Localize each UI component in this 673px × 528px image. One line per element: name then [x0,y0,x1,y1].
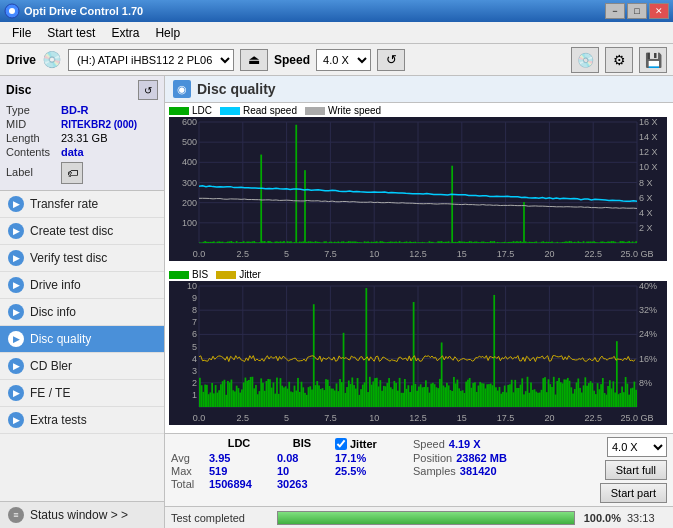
content-area: ◉ Disc quality LDC Read speed [165,76,673,528]
status-window-button[interactable]: ≡ Status window > > [0,501,164,528]
disc-type-value: BD-R [61,104,89,116]
create-test-icon: ▶ [8,223,24,239]
stats-bar: Avg Max Total LDC 3.95 519 1506894 BIS 0… [165,433,673,506]
stats-position-row: Position 23862 MB [413,452,592,464]
disc-button[interactable]: 💿 [571,47,599,73]
stats-bis-max: 10 [277,465,327,477]
disc-row-label: Label 🏷 [6,160,158,184]
stats-samples-row: Samples 381420 [413,465,592,477]
cd-bler-icon: ▶ [8,358,24,374]
disc-row-type: Type BD-R [6,104,158,116]
stats-ldc-total: 1506894 [209,478,269,490]
stats-speed-select[interactable]: 4.0 X [607,437,667,457]
transfer-rate-icon: ▶ [8,196,24,212]
menu-help[interactable]: Help [147,24,188,42]
stats-ldc-avg: 3.95 [209,452,269,464]
extra-tests-icon: ▶ [8,412,24,428]
disc-length-value: 23.31 GB [61,132,107,144]
main-area: Disc ↺ Type BD-R MID RITEKBR2 (000) Leng… [0,76,673,528]
progress-label: Test completed [171,512,271,524]
progress-bar-fill [278,512,574,524]
verify-test-icon: ▶ [8,250,24,266]
sidebar-item-fe-te[interactable]: ▶ FE / TE [0,380,164,407]
settings-button[interactable]: ⚙ [605,47,633,73]
disc-row-length: Length 23.31 GB [6,132,158,144]
disc-row-mid: MID RITEKBR2 (000) [6,118,158,130]
sidebar-item-verify-test-disc[interactable]: ▶ Verify test disc [0,245,164,272]
window-controls: − □ ✕ [605,3,669,19]
disc-refresh-button[interactable]: ↺ [138,80,158,100]
sidebar: Disc ↺ Type BD-R MID RITEKBR2 (000) Leng… [0,76,165,528]
menu-start-test[interactable]: Start test [39,24,103,42]
disc-mid-value: RITEKBR2 (000) [61,119,137,130]
bottom-chart-canvas [169,281,667,425]
bottom-chart-container: BIS Jitter [169,269,669,431]
bottom-chart-legend: BIS Jitter [169,269,669,280]
charts-container: LDC Read speed Write speed [165,103,673,433]
stats-ldc-max: 519 [209,465,269,477]
speed-select[interactable]: 4.0 X [316,49,371,71]
sidebar-item-drive-info[interactable]: ▶ Drive info [0,272,164,299]
content-header: ◉ Disc quality [165,76,673,103]
stats-bis-avg: 0.08 [277,452,327,464]
disc-panel: Disc ↺ Type BD-R MID RITEKBR2 (000) Leng… [0,76,164,191]
stats-jitter-avg: 17.1% [335,452,405,464]
disc-info-icon: ▶ [8,304,24,320]
top-chart-container: LDC Read speed Write speed [169,105,669,267]
save-button[interactable]: 💾 [639,47,667,73]
disc-panel-title: Disc [6,83,31,97]
jitter-checkbox[interactable] [335,438,347,450]
stats-jitter-col: Jitter 17.1% 25.5% [335,437,405,477]
disc-row-contents: Contents data [6,146,158,158]
title-text: Opti Drive Control 1.70 [24,5,605,17]
refresh-button[interactable]: ↺ [377,49,405,71]
eject-button[interactable]: ⏏ [240,49,268,71]
read-speed-legend-color [220,107,240,115]
sidebar-item-disc-info[interactable]: ▶ Disc info [0,299,164,326]
fe-te-icon: ▶ [8,385,24,401]
menu-bar: File Start test Extra Help [0,22,673,44]
stats-total-label-row: Total [171,478,201,490]
stats-speed-col: Speed 4.19 X Position 23862 MB Samples 3… [413,437,592,477]
maximize-button[interactable]: □ [627,3,647,19]
top-chart-legend: LDC Read speed Write speed [169,105,669,116]
start-full-button[interactable]: Start full [605,460,667,480]
ldc-legend-color [169,107,189,115]
stats-bis-col: BIS 0.08 10 30263 [277,437,327,490]
disc-quality-icon: ▶ [8,331,24,347]
status-window-icon: ≡ [8,507,24,523]
stats-max-label-row: Max [171,465,201,477]
sidebar-item-disc-quality[interactable]: ▶ Disc quality [0,326,164,353]
sidebar-item-extra-tests[interactable]: ▶ Extra tests [0,407,164,434]
sidebar-item-cd-bler[interactable]: ▶ CD Bler [0,353,164,380]
drive-icon: 💿 [42,50,62,69]
drive-select[interactable]: (H:) ATAPI iHBS112 2 PL06 [68,49,234,71]
disc-quality-header-icon: ◉ [173,80,191,98]
close-button[interactable]: ✕ [649,3,669,19]
sidebar-item-create-test-disc[interactable]: ▶ Create test disc [0,218,164,245]
drive-label: Drive [6,53,36,67]
progress-bar [277,511,575,525]
drive-info-icon: ▶ [8,277,24,293]
minimize-button[interactable]: − [605,3,625,19]
menu-file[interactable]: File [4,24,39,42]
disc-label-button[interactable]: 🏷 [61,162,83,184]
stats-controls-col: 4.0 X Start full Start part [600,437,667,503]
stats-labels-col: Avg Max Total [171,437,201,490]
jitter-legend-color [216,271,236,279]
progress-time: 33:13 [627,512,667,524]
top-chart-canvas [169,117,667,261]
stats-avg-label-row: Avg [171,452,201,464]
progress-percent: 100.0% [581,512,621,524]
speed-label: Speed [274,53,310,67]
menu-extra[interactable]: Extra [103,24,147,42]
content-title: Disc quality [197,81,276,97]
start-part-button[interactable]: Start part [600,483,667,503]
stats-ldc-col: LDC 3.95 519 1506894 [209,437,269,490]
stats-jitter-max: 25.5% [335,465,405,477]
progress-area: Test completed 100.0% 33:13 [165,506,673,528]
drive-bar: Drive 💿 (H:) ATAPI iHBS112 2 PL06 ⏏ Spee… [0,44,673,76]
sidebar-item-transfer-rate[interactable]: ▶ Transfer rate [0,191,164,218]
svg-point-1 [9,8,15,14]
write-speed-legend-color [305,107,325,115]
